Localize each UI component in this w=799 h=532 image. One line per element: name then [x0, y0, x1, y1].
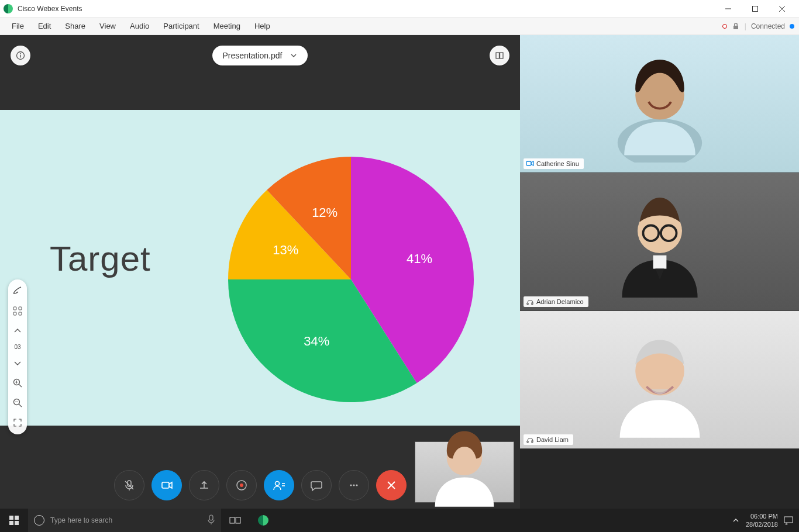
menu-meeting[interactable]: Meeting: [206, 18, 247, 35]
svg-rect-13: [13, 307, 16, 310]
video-tile[interactable]: Adrian Delamico: [520, 173, 799, 311]
participants-button[interactable]: [264, 470, 294, 500]
svg-point-5: [20, 53, 21, 54]
menu-edit[interactable]: Edit: [31, 18, 58, 35]
menu-file[interactable]: File: [5, 18, 31, 35]
taskbar-search[interactable]: Type here to search: [28, 509, 221, 532]
search-placeholder: Type here to search: [50, 516, 112, 524]
chat-button[interactable]: [301, 470, 332, 500]
menu-share[interactable]: Share: [58, 18, 92, 35]
system-clock[interactable]: 06:00 PM 28/02/2018: [746, 512, 778, 528]
avatar-icon: [604, 322, 715, 438]
content-area: Presentation.pdf Target 41%34%13%12%: [0, 35, 799, 509]
zoom-in-button[interactable]: [11, 376, 25, 390]
slide-title: Target: [50, 239, 151, 279]
close-button[interactable]: [769, 0, 795, 18]
participant-name-tag: Catherine Sinu: [524, 158, 584, 169]
minimize-button[interactable]: [715, 0, 742, 18]
svg-rect-15: [13, 312, 16, 315]
taskbar-app-webex[interactable]: [249, 509, 277, 532]
participant-name: Adrian Delamico: [536, 298, 584, 305]
svg-rect-1: [753, 6, 758, 11]
participant-name: Catherine Sinu: [536, 160, 579, 167]
video-panel: Catherine Sinu Adrian Delamico: [520, 35, 799, 509]
svg-rect-52: [230, 517, 235, 523]
headset-icon: [526, 298, 534, 306]
start-button[interactable]: [0, 509, 28, 532]
svg-rect-8: [500, 53, 504, 58]
clock-date: 28/02/2018: [746, 520, 778, 528]
svg-rect-7: [496, 53, 500, 58]
annotate-button[interactable]: [11, 284, 25, 298]
layout-button[interactable]: [490, 46, 509, 65]
headset-icon: [526, 436, 534, 444]
svg-rect-51: [209, 515, 213, 520]
svg-line-18: [19, 385, 22, 388]
svg-rect-14: [19, 307, 22, 310]
tray-up-icon[interactable]: [732, 516, 740, 524]
menu-participant[interactable]: Participant: [156, 18, 206, 35]
svg-point-33: [350, 484, 352, 486]
presentation-slide: Target 41%34%13%12% 03: [0, 110, 520, 426]
participant-name-tag: David Liam: [524, 434, 573, 445]
chevron-down-icon: [290, 52, 297, 59]
microphone-icon[interactable]: [207, 514, 215, 527]
action-center-icon[interactable]: [784, 516, 793, 525]
participant-name-tag: Adrian Delamico: [524, 296, 588, 307]
svg-text:34%: 34%: [304, 334, 329, 348]
svg-rect-40: [526, 161, 531, 165]
svg-rect-53: [236, 517, 240, 523]
menu-audio[interactable]: Audio: [123, 18, 156, 35]
svg-point-35: [356, 484, 357, 486]
lock-icon: [732, 22, 740, 30]
svg-point-29: [240, 483, 243, 487]
svg-rect-41: [653, 255, 666, 268]
menu-help[interactable]: Help: [247, 18, 277, 35]
slide-toolbar: 03: [8, 279, 27, 434]
video-tile[interactable]: David Liam: [520, 311, 799, 449]
avatar-icon: [604, 46, 715, 163]
window-title: Cisco Webex Events: [18, 5, 82, 13]
record-indicator-icon: [722, 24, 727, 29]
video-tile[interactable]: Catherine Sinu: [520, 35, 799, 173]
svg-rect-50: [15, 521, 19, 525]
svg-text:41%: 41%: [407, 251, 432, 266]
prev-page-button[interactable]: [11, 324, 25, 338]
svg-rect-27: [162, 482, 169, 488]
pie-chart: 41%34%13%12%: [216, 145, 485, 414]
avatar-icon: [604, 184, 715, 300]
info-button[interactable]: [11, 46, 30, 65]
page-number: 03: [14, 344, 20, 350]
more-options-button[interactable]: [339, 470, 369, 500]
thumbnails-button[interactable]: [11, 304, 25, 318]
zoom-out-button[interactable]: [11, 396, 25, 410]
camera-badge-icon: [526, 160, 534, 168]
svg-text:12%: 12%: [312, 205, 337, 220]
svg-rect-6: [20, 55, 20, 58]
svg-line-22: [19, 405, 22, 407]
next-page-button[interactable]: [11, 356, 25, 370]
shared-file-name: Presentation.pdf: [223, 51, 283, 60]
fullscreen-button[interactable]: [11, 416, 25, 430]
call-controls: [0, 462, 520, 509]
app-icon: [4, 4, 13, 13]
record-button[interactable]: [226, 470, 257, 500]
svg-point-34: [353, 484, 354, 486]
menu-view[interactable]: View: [92, 18, 123, 35]
end-call-button[interactable]: [376, 470, 407, 500]
stage: Presentation.pdf Target 41%34%13%12%: [0, 35, 520, 509]
svg-line-26: [125, 481, 133, 489]
svg-rect-47: [9, 516, 13, 520]
maximize-button[interactable]: [742, 0, 769, 18]
camera-button[interactable]: [151, 470, 182, 500]
mute-button[interactable]: [114, 470, 144, 500]
task-view-button[interactable]: [221, 509, 249, 532]
share-button[interactable]: [189, 470, 219, 500]
clock-time: 06:00 PM: [746, 512, 778, 520]
participant-name: David Liam: [536, 436, 569, 443]
menu-bar: File Edit Share View Audio Participant M…: [0, 18, 799, 35]
svg-point-30: [275, 482, 279, 486]
title-bar: Cisco Webex Events: [0, 0, 799, 18]
svg-text:13%: 13%: [273, 243, 298, 257]
shared-file-selector[interactable]: Presentation.pdf: [212, 46, 308, 65]
